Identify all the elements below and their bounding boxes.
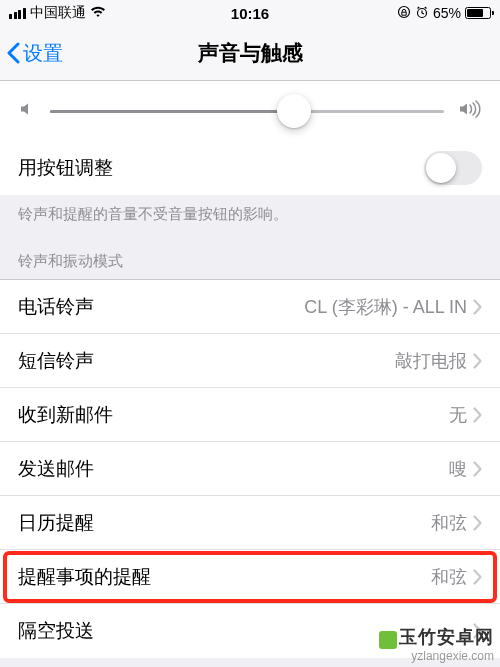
sound-row[interactable]: 日历提醒和弦	[0, 496, 500, 550]
page-title: 声音与触感	[198, 39, 303, 67]
sound-row[interactable]: 发送邮件嗖	[0, 442, 500, 496]
chevron-right-icon	[473, 461, 482, 477]
change-with-buttons-row[interactable]: 用按钮调整	[0, 141, 500, 195]
change-with-buttons-label: 用按钮调整	[18, 155, 113, 181]
status-time: 10:16	[231, 5, 269, 22]
volume-low-icon	[18, 100, 36, 122]
signal-bars-icon	[9, 8, 26, 19]
back-button[interactable]: 设置	[6, 26, 63, 80]
sounds-section-header: 铃声和振动模式	[0, 238, 500, 279]
nav-bar: 设置 声音与触感	[0, 26, 500, 81]
volume-footer: 铃声和提醒的音量不受音量按钮的影响。	[0, 195, 500, 238]
sound-row-label: 隔空投送	[18, 618, 94, 644]
change-with-buttons-toggle[interactable]	[424, 151, 482, 185]
chevron-right-icon	[473, 569, 482, 585]
watermark-title: 玉竹安卓网	[399, 625, 494, 649]
sound-row[interactable]: 收到新邮件无	[0, 388, 500, 442]
chevron-right-icon	[473, 299, 482, 315]
chevron-left-icon	[6, 42, 21, 64]
alarm-icon	[415, 5, 429, 22]
sound-row-value: 敲打电报	[395, 349, 482, 373]
orientation-lock-icon	[397, 5, 411, 22]
sound-row-value: 嗖	[449, 457, 482, 481]
volume-slider[interactable]	[50, 110, 444, 113]
sound-row[interactable]: 短信铃声敲打电报	[0, 334, 500, 388]
slider-knob[interactable]	[277, 94, 311, 128]
sound-row-label: 发送邮件	[18, 456, 94, 482]
watermark-logo-icon	[379, 631, 397, 649]
sound-row-value: 和弦	[431, 511, 482, 535]
carrier-label: 中国联通	[30, 4, 86, 22]
sound-row[interactable]: 电话铃声CL (李彩琳) - ALL IN	[0, 280, 500, 334]
sound-patterns-group: 电话铃声CL (李彩琳) - ALL IN短信铃声敲打电报收到新邮件无发送邮件嗖…	[0, 280, 500, 658]
status-left: 中国联通	[9, 4, 106, 22]
battery-icon	[465, 7, 491, 19]
watermark: 玉竹安卓网 yzlangexie.com	[379, 625, 494, 663]
sound-row-label: 短信铃声	[18, 348, 94, 374]
battery-percent: 65%	[433, 5, 461, 21]
status-bar: 中国联通 10:16 65%	[0, 0, 500, 26]
sound-row-label: 提醒事项的提醒	[18, 564, 151, 590]
sound-row[interactable]: 提醒事项的提醒和弦	[0, 550, 500, 604]
volume-high-icon	[458, 100, 482, 122]
wifi-icon	[90, 5, 106, 21]
watermark-url: yzlangexie.com	[411, 649, 494, 663]
sound-row-value: CL (李彩琳) - ALL IN	[304, 295, 482, 319]
status-right: 65%	[397, 5, 491, 22]
back-label: 设置	[23, 40, 63, 67]
volume-group: 用按钮调整	[0, 81, 500, 195]
sound-row-value: 无	[449, 403, 482, 427]
sound-row-value: 和弦	[431, 565, 482, 589]
sound-row-label: 电话铃声	[18, 294, 94, 320]
chevron-right-icon	[473, 353, 482, 369]
sound-row-label: 日历提醒	[18, 510, 94, 536]
chevron-right-icon	[473, 515, 482, 531]
sound-row-label: 收到新邮件	[18, 402, 113, 428]
chevron-right-icon	[473, 407, 482, 423]
ringer-volume-slider-row	[0, 81, 500, 141]
